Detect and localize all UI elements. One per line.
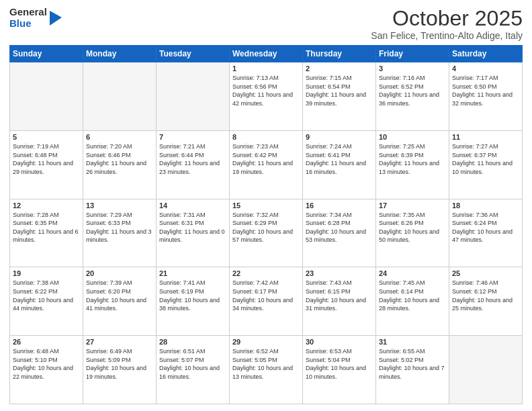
table-row: 6Sunrise: 7:20 AM Sunset: 6:46 PM Daylig… xyxy=(83,130,157,199)
day-info: Sunrise: 7:17 AM Sunset: 6:50 PM Dayligh… xyxy=(452,74,519,107)
location: San Felice, Trentino-Alto Adige, Italy xyxy=(371,30,523,41)
col-wednesday: Wednesday xyxy=(230,46,303,62)
table-row: 20Sunrise: 7:39 AM Sunset: 6:20 PM Dayli… xyxy=(83,267,157,336)
day-number: 3 xyxy=(379,64,446,73)
col-sunday: Sunday xyxy=(10,46,83,62)
table-row: 8Sunrise: 7:23 AM Sunset: 6:42 PM Daylig… xyxy=(230,130,303,199)
logo-icon xyxy=(50,11,62,26)
table-row: 16Sunrise: 7:34 AM Sunset: 6:28 PM Dayli… xyxy=(303,199,376,267)
day-number: 5 xyxy=(13,133,80,141)
day-info: Sunrise: 7:35 AM Sunset: 6:26 PM Dayligh… xyxy=(379,211,446,244)
col-monday: Monday xyxy=(83,46,157,62)
day-info: Sunrise: 7:29 AM Sunset: 6:33 PM Dayligh… xyxy=(86,211,153,244)
day-number: 26 xyxy=(13,338,80,346)
table-row: 2Sunrise: 7:15 AM Sunset: 6:54 PM Daylig… xyxy=(303,62,376,131)
day-number: 27 xyxy=(86,338,153,346)
table-row: 27Sunrise: 6:49 AM Sunset: 5:09 PM Dayli… xyxy=(83,336,157,404)
table-row: 1Sunrise: 7:13 AM Sunset: 6:56 PM Daylig… xyxy=(230,62,303,131)
logo-blue: Blue xyxy=(9,18,47,30)
day-number: 17 xyxy=(379,201,446,210)
table-row xyxy=(83,62,157,131)
table-row: 22Sunrise: 7:42 AM Sunset: 6:17 PM Dayli… xyxy=(230,267,303,336)
col-saturday: Saturday xyxy=(449,46,523,62)
logo-general: General xyxy=(9,7,47,18)
calendar-week-row: 1Sunrise: 7:13 AM Sunset: 6:56 PM Daylig… xyxy=(10,62,523,131)
day-number: 18 xyxy=(452,201,519,210)
table-row xyxy=(157,62,230,131)
table-row: 19Sunrise: 7:38 AM Sunset: 6:22 PM Dayli… xyxy=(10,267,83,336)
calendar-week-row: 19Sunrise: 7:38 AM Sunset: 6:22 PM Dayli… xyxy=(10,267,523,336)
day-number: 20 xyxy=(86,269,153,277)
day-info: Sunrise: 7:43 AM Sunset: 6:15 PM Dayligh… xyxy=(306,279,373,312)
day-number: 10 xyxy=(379,133,446,141)
day-info: Sunrise: 7:20 AM Sunset: 6:46 PM Dayligh… xyxy=(86,142,153,176)
calendar-table: Sunday Monday Tuesday Wednesday Thursday… xyxy=(9,45,523,404)
table-row: 12Sunrise: 7:28 AM Sunset: 6:35 PM Dayli… xyxy=(10,199,83,267)
day-number: 9 xyxy=(306,133,373,141)
table-row: 18Sunrise: 7:36 AM Sunset: 6:24 PM Dayli… xyxy=(449,199,523,267)
calendar-week-row: 12Sunrise: 7:28 AM Sunset: 6:35 PM Dayli… xyxy=(10,199,523,267)
month-title: October 2025 xyxy=(371,7,523,30)
table-row: 24Sunrise: 7:45 AM Sunset: 6:14 PM Dayli… xyxy=(376,267,449,336)
day-info: Sunrise: 7:46 AM Sunset: 6:12 PM Dayligh… xyxy=(452,279,519,312)
day-number: 14 xyxy=(159,201,226,210)
day-info: Sunrise: 7:24 AM Sunset: 6:41 PM Dayligh… xyxy=(306,142,373,176)
table-row: 14Sunrise: 7:31 AM Sunset: 6:31 PM Dayli… xyxy=(157,199,230,267)
day-info: Sunrise: 6:49 AM Sunset: 5:09 PM Dayligh… xyxy=(86,347,153,381)
table-row: 11Sunrise: 7:27 AM Sunset: 6:37 PM Dayli… xyxy=(449,130,523,199)
table-row: 31Sunrise: 6:55 AM Sunset: 5:02 PM Dayli… xyxy=(376,336,449,404)
day-info: Sunrise: 6:51 AM Sunset: 5:07 PM Dayligh… xyxy=(159,347,226,381)
day-info: Sunrise: 7:41 AM Sunset: 6:19 PM Dayligh… xyxy=(159,279,226,312)
day-number: 21 xyxy=(159,269,226,277)
day-info: Sunrise: 7:28 AM Sunset: 6:35 PM Dayligh… xyxy=(13,211,80,244)
day-info: Sunrise: 7:19 AM Sunset: 6:48 PM Dayligh… xyxy=(13,142,80,176)
table-row: 26Sunrise: 6:48 AM Sunset: 5:10 PM Dayli… xyxy=(10,336,83,404)
col-tuesday: Tuesday xyxy=(157,46,230,62)
table-row: 5Sunrise: 7:19 AM Sunset: 6:48 PM Daylig… xyxy=(10,130,83,199)
day-info: Sunrise: 6:53 AM Sunset: 5:04 PM Dayligh… xyxy=(306,347,373,381)
table-row: 9Sunrise: 7:24 AM Sunset: 6:41 PM Daylig… xyxy=(303,130,376,199)
header: General Blue October 2025 San Felice, Tr… xyxy=(9,7,523,41)
table-row: 15Sunrise: 7:32 AM Sunset: 6:29 PM Dayli… xyxy=(230,199,303,267)
day-info: Sunrise: 7:13 AM Sunset: 6:56 PM Dayligh… xyxy=(232,74,300,107)
table-row: 4Sunrise: 7:17 AM Sunset: 6:50 PM Daylig… xyxy=(449,62,523,131)
day-info: Sunrise: 7:42 AM Sunset: 6:17 PM Dayligh… xyxy=(232,279,300,312)
day-number: 22 xyxy=(232,269,300,277)
logo: General Blue xyxy=(9,7,62,29)
day-number: 31 xyxy=(379,338,446,346)
day-number: 16 xyxy=(306,201,373,210)
col-thursday: Thursday xyxy=(303,46,376,62)
table-row: 10Sunrise: 7:25 AM Sunset: 6:39 PM Dayli… xyxy=(376,130,449,199)
day-info: Sunrise: 7:36 AM Sunset: 6:24 PM Dayligh… xyxy=(452,211,519,244)
day-number: 6 xyxy=(86,133,153,141)
day-number: 24 xyxy=(379,269,446,277)
day-info: Sunrise: 7:39 AM Sunset: 6:20 PM Dayligh… xyxy=(86,279,153,312)
day-number: 2 xyxy=(306,64,373,73)
svg-marker-0 xyxy=(50,11,62,26)
day-info: Sunrise: 7:31 AM Sunset: 6:31 PM Dayligh… xyxy=(159,211,226,244)
table-row: 23Sunrise: 7:43 AM Sunset: 6:15 PM Dayli… xyxy=(303,267,376,336)
table-row xyxy=(10,62,83,131)
calendar-week-row: 5Sunrise: 7:19 AM Sunset: 6:48 PM Daylig… xyxy=(10,130,523,199)
day-number: 11 xyxy=(452,133,519,141)
day-info: Sunrise: 7:32 AM Sunset: 6:29 PM Dayligh… xyxy=(232,211,300,244)
day-number: 30 xyxy=(306,338,373,346)
table-row xyxy=(449,336,523,404)
day-number: 13 xyxy=(86,201,153,210)
logo-text: General Blue xyxy=(9,7,47,29)
title-block: October 2025 San Felice, Trentino-Alto A… xyxy=(371,7,523,41)
table-row: 29Sunrise: 6:52 AM Sunset: 5:05 PM Dayli… xyxy=(230,336,303,404)
day-number: 19 xyxy=(13,269,80,277)
day-info: Sunrise: 7:15 AM Sunset: 6:54 PM Dayligh… xyxy=(306,74,373,107)
table-row: 3Sunrise: 7:16 AM Sunset: 6:52 PM Daylig… xyxy=(376,62,449,131)
day-info: Sunrise: 6:48 AM Sunset: 5:10 PM Dayligh… xyxy=(13,347,80,381)
table-row: 21Sunrise: 7:41 AM Sunset: 6:19 PM Dayli… xyxy=(157,267,230,336)
page: General Blue October 2025 San Felice, Tr… xyxy=(0,0,532,411)
table-row: 30Sunrise: 6:53 AM Sunset: 5:04 PM Dayli… xyxy=(303,336,376,404)
day-number: 25 xyxy=(452,269,519,277)
day-number: 7 xyxy=(159,133,226,141)
day-info: Sunrise: 7:27 AM Sunset: 6:37 PM Dayligh… xyxy=(452,142,519,176)
day-number: 23 xyxy=(306,269,373,277)
day-number: 4 xyxy=(452,64,519,73)
table-row: 17Sunrise: 7:35 AM Sunset: 6:26 PM Dayli… xyxy=(376,199,449,267)
